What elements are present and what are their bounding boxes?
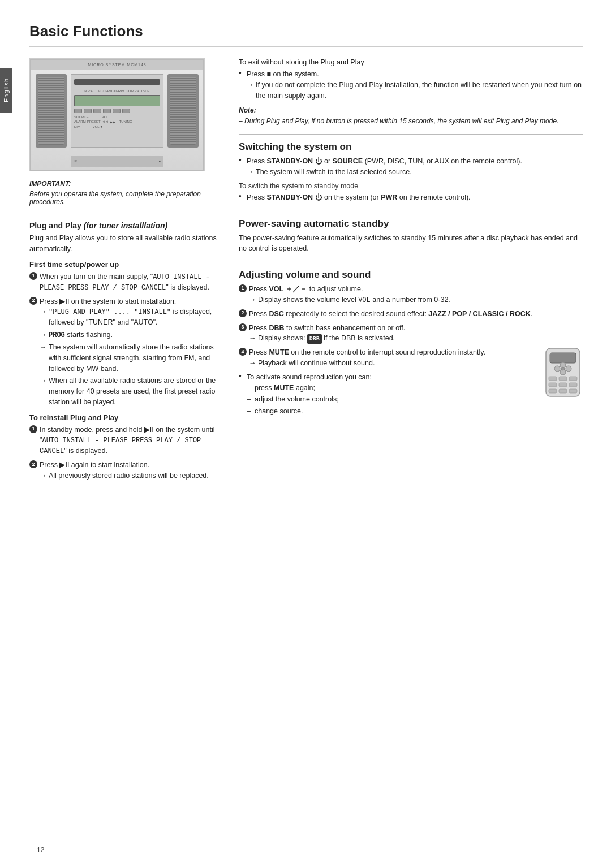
device-display: [74, 95, 160, 106]
volume-step1: 1 Press VOL ＋／－ to adjust volume. Displa…: [239, 284, 583, 305]
reinstall-list: 1 In standby mode, press and hold ▶II on…: [29, 425, 222, 481]
device-speaker-left: [36, 74, 67, 148]
ctrl-btn-3: [93, 109, 101, 113]
vol-mono: VOL: [358, 296, 371, 304]
dash-3: change source.: [247, 406, 583, 417]
dash-2: adjust the volume controls;: [247, 394, 583, 405]
exit-bullet1-text: Press ■ on the system.: [247, 70, 319, 78]
divider-1: [29, 214, 222, 214]
device-compatibility-label: MP3-CD/CD-R/CD-RW COMPATIBLE: [71, 89, 163, 93]
volume-list: 1 Press VOL ＋／－ to adjust volume. Displa…: [239, 284, 583, 369]
step1-text: When you turn on the main supply, "AUTO …: [40, 273, 210, 291]
ctrl-btn-4: [103, 109, 111, 113]
ctrl-btn-2: [84, 109, 92, 113]
reinstall-step-2: 2 Press ▶II again to start installation.…: [29, 460, 222, 481]
reinstall-heading: To reinstall Plug and Play: [29, 413, 222, 422]
reinstall-num-2: 2: [29, 460, 37, 468]
step2-prog: PROG: [49, 331, 65, 339]
note-title: Note:: [239, 106, 583, 114]
vol-step4-arrow: Playback will continue without sound.: [249, 358, 583, 369]
ctrl-btn-5: [113, 109, 121, 113]
volume-step3: 3 Press DBB to switch bass enhancement o…: [239, 323, 583, 344]
vol-step3-text: Press DBB to switch bass enhancement on …: [249, 324, 405, 332]
exit-bullet1: Press ■ on the system. If you do not com…: [239, 69, 583, 101]
device-top-bar: MICRO SYSTEM MCM148: [31, 60, 203, 70]
left-column: MICRO SYSTEM MCM148 MP3-CD/CD-R/CD-RW CO…: [29, 58, 222, 485]
important-body: Before you operate the system, complete …: [29, 190, 222, 206]
volume-step4: 4: [239, 347, 583, 369]
activate-sound-bullet: To activate sound reproduction you can: …: [239, 372, 583, 417]
switching-bullet1: Press STANDBY-ON ⏻ or SOURCE (PWR, DISC,…: [239, 156, 583, 178]
power-saving-body: The power-saving feature automatically s…: [239, 233, 583, 254]
vol-step3-arrow-text: Display shows: DBB if the DBB is activat…: [258, 334, 395, 342]
mute-again-label: MUTE: [274, 384, 294, 392]
right-column: To exit without storing the Plug and Pla…: [239, 58, 583, 485]
step2-arrow2: PROG starts flashing.: [40, 330, 222, 340]
page-title: Basic Functions: [29, 23, 583, 47]
reinstall1-mono: AUTO INSTALL - PLEASE PRESS PLAY / STOP …: [40, 437, 201, 455]
exit-heading: To exit without storing the Plug and Pla…: [239, 58, 583, 66]
power-saving-title: Power-saving automatic standby: [239, 218, 583, 230]
plug-play-subtitle: (for tuner installlation): [84, 221, 168, 230]
standby-bullet: Press STANDBY-ON ⏻ on the system (or PWR…: [239, 192, 583, 203]
sound-effects: JAZZ / POP / CLASSIC / ROCK: [428, 310, 530, 318]
power-saving-section: Power-saving automatic standby The power…: [239, 218, 583, 254]
divider-2: [239, 134, 583, 135]
volume-step2: 2 Press DSC repeatedly to select the des…: [239, 309, 583, 319]
vol-num-3: 3: [239, 323, 247, 331]
adjusting-volume-section: Adjusting volume and sound 1 Press VOL ＋…: [239, 269, 583, 417]
vol-step3-arrow: Display shows: DBB if the DBB is activat…: [249, 333, 583, 344]
dash-3-text: change source.: [255, 407, 303, 415]
step2-arrow1: "PLUG AND PLAY" .... "INSTALL" is displa…: [40, 306, 222, 328]
dash-2-text: adjust the volume controls;: [255, 395, 339, 403]
device-image: MICRO SYSTEM MCM148 MP3-CD/CD-R/CD-RW CO…: [29, 58, 205, 171]
vol-num-4: 4: [239, 348, 247, 356]
device-speaker-right: [167, 74, 199, 148]
reinstall-step-1: 1 In standby mode, press and hold ▶II on…: [29, 425, 222, 457]
exit-arrow1-text: If you do not complete the Plug and Play…: [256, 81, 582, 100]
device-bottom: IR ●: [71, 156, 163, 167]
vol-step1-arrow-text: Display shows the volume level VOL and a…: [258, 296, 450, 304]
step-num-2: 2: [29, 297, 37, 305]
vol-num-2: 2: [239, 309, 247, 317]
device-center: MP3-CD/CD-R/CD-RW COMPATIBLE: [71, 74, 163, 148]
first-setup-list: 1 When you turn on the main supply, "AUT…: [29, 271, 222, 408]
pwr-label: PWR: [381, 193, 397, 201]
ctrl-btn-1: [74, 109, 82, 113]
standby-on-label: STANDBY-ON: [266, 157, 313, 165]
plug-play-body: Plug and Play allows you to store all av…: [29, 233, 222, 254]
divider-4: [239, 262, 583, 262]
divider-3: [239, 211, 583, 211]
ctrl-btn-6: [122, 109, 130, 113]
dbb-label: DBB: [269, 324, 284, 332]
dsc-label: DSC: [269, 310, 283, 318]
exit-arrow1: If you do not complete the Plug and Play…: [247, 80, 583, 101]
vol-step2-text: Press DSC repeatedly to select the desir…: [249, 310, 532, 318]
first-setup-step-1: 1 When you turn on the main supply, "AUT…: [29, 271, 222, 293]
exit-section: To exit without storing the Plug and Pla…: [239, 58, 583, 126]
step2-arrow4: When all the available radio stations ar…: [40, 375, 222, 407]
switching-arrow1: The system will switch to the last selec…: [247, 167, 583, 178]
step2-arrow3: The system will automatically store the …: [40, 342, 222, 374]
vol-step4-text: Press MUTE on the remote control to inte…: [249, 348, 485, 356]
reinstall2-text: Press ▶II again to start installation.: [40, 461, 149, 469]
language-tab: English: [0, 68, 12, 113]
main-content: Basic Functions MICRO SYSTEM MCM148 MP3-…: [12, 0, 611, 868]
mute-label: MUTE: [269, 348, 289, 356]
reinstall1-text: In standby mode, press and hold ▶II on t…: [40, 426, 214, 455]
standby-on-label2: STANDBY-ON: [266, 193, 313, 201]
vol-step1-arrow: Display shows the volume level VOL and a…: [249, 295, 583, 305]
reinstall2-arrow: All previously stored radio stations wil…: [40, 470, 222, 481]
step2-text: Press ▶II on the system to start install…: [40, 297, 176, 305]
device-cd-slot: [74, 79, 160, 85]
dash-1-text: press MUTE again;: [255, 384, 315, 392]
vol-step1-text: Press VOL ＋／－ to adjust volume.: [249, 285, 363, 293]
language-label: English: [3, 78, 10, 102]
device-body: MICRO SYSTEM MCM148 MP3-CD/CD-R/CD-RW CO…: [30, 59, 204, 171]
adjusting-volume-title: Adjusting volume and sound: [239, 269, 583, 280]
switching-on-title: Switching the system on: [239, 141, 583, 153]
dash-1: press MUTE again;: [247, 383, 583, 394]
step-num-1: 1: [29, 272, 37, 280]
important-box: IMPORTANT: Before you operate the system…: [29, 180, 222, 206]
step1-mono: AUTO INSTALL - PLEASE PRESS PLAY / STOP …: [40, 273, 210, 292]
